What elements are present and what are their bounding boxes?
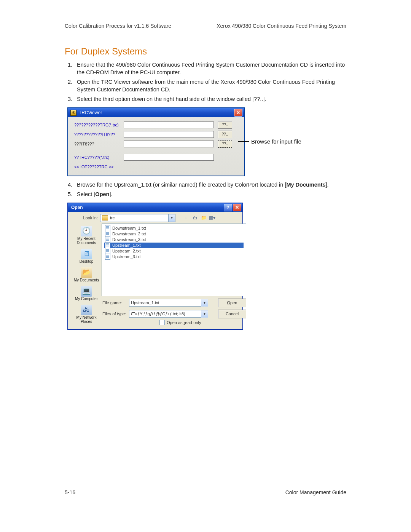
desktop-icon: 🖥 [81, 249, 92, 259]
readonly-label: Open as read-only [167, 320, 201, 325]
mycomputer-icon: 💻 [81, 286, 92, 297]
close-icon[interactable]: ✕ [234, 109, 242, 117]
help-icon[interactable]: ? [224, 204, 232, 211]
callout: Browse for input file [238, 138, 301, 145]
header-left: Color Calibration Process for v1.1.6 Sof… [65, 23, 171, 29]
new-folder-icon[interactable]: 📁 [200, 214, 207, 222]
filetype-label: Files of type: [102, 312, 127, 316]
step-3-text: Select the third option down on the righ… [77, 96, 266, 102]
open-close-icon[interactable]: ✕ [233, 204, 241, 211]
trc-titlebar: ⦿ TRCViewer ✕ [68, 108, 244, 117]
steps-list-a: Ensure that the 490/980 Color Continuous… [65, 61, 346, 103]
trc-browse-2[interactable]: ??.. [218, 131, 232, 138]
mydocuments-icon: 📂 [81, 267, 92, 278]
textfile-icon [105, 248, 110, 254]
textfile-icon [105, 236, 110, 243]
chevron-down-icon[interactable]: ▼ [168, 214, 175, 222]
back-icon[interactable]: ← [183, 214, 191, 222]
place-mydocs-label: My Documents [74, 278, 99, 282]
file-name-1: Downstream_2.txt [112, 232, 146, 236]
file-name-4: Upstream_2.txt [112, 249, 141, 253]
readonly-checkbox[interactable] [159, 320, 165, 325]
file-name-5: Upstream_3.txt [112, 254, 141, 259]
open-button[interactable]: Open [218, 299, 246, 307]
file-item[interactable]: Downstream_2.txt [104, 231, 244, 237]
footer-guide: Color Management Guide [285, 489, 346, 495]
cancel-button[interactable]: Cancel [218, 310, 246, 318]
textfile-icon [105, 225, 110, 231]
step-1: Ensure that the 490/980 Color Continuous… [74, 61, 346, 76]
filename-label: File name: [102, 300, 127, 305]
readonly-row: Open as read-only [159, 320, 246, 325]
chevron-down-icon[interactable]: ▼ [201, 310, 208, 318]
file-item[interactable]: Downstream_3.txt [104, 237, 244, 243]
place-mycomp-label: My Computer [75, 297, 98, 301]
steps-list-b: Browse for the Upstream_1.txt (or simila… [65, 181, 346, 198]
place-network[interactable]: 🖧 My Network Places [71, 303, 102, 325]
trc-title: TRCViewer [79, 110, 102, 115]
step-4: Browse for the Upstream_1.txt (or simila… [74, 181, 346, 189]
trcviewer-screenshot: ⦿ TRCViewer ✕ ???????????TRC(*.trc) ??..… [68, 108, 346, 176]
place-desktop[interactable]: 🖥 Desktop [71, 247, 102, 265]
file-name-3: Upstream_1.txt [112, 243, 141, 248]
step4-post: ]. [326, 182, 329, 188]
filetype-value: Œ»ƒŸ‚°ƒgƒtƒ@ƒCƒ‹ (.txt;.it8) [131, 312, 185, 316]
open-dialog: Open ? ✕ Look in: trc ▼ ← 🗀 📁 [68, 203, 243, 329]
file-item[interactable]: Downstream_1.txt [104, 225, 244, 231]
place-mycomputer[interactable]: 💻 My Computer [71, 284, 102, 302]
page-footer: 5-16 Color Management Guide [65, 489, 346, 495]
lookin-label: Look in: [71, 216, 98, 220]
trc-input-3[interactable] [124, 141, 214, 147]
up-folder-icon[interactable]: 🗀 [191, 214, 199, 222]
lookin-select[interactable]: trc ▼ [100, 214, 175, 222]
place-mydocs[interactable]: 📂 My Documents [71, 266, 102, 284]
views-icon[interactable]: ▦▾ [208, 214, 216, 222]
trc-browse-3[interactable]: ??.. [218, 140, 232, 148]
trc-label-1: ???????????TRC(*.trc) [74, 123, 124, 127]
file-name-0: Downstream_1.txt [112, 226, 146, 230]
filename-value: Upstream_1.txt [131, 300, 159, 305]
open-titlebar: Open ? ✕ [68, 203, 242, 212]
section-title: For Duplex Systems [65, 46, 346, 57]
textfile-icon [105, 254, 110, 260]
open-title: Open [71, 205, 83, 210]
step-3: Select the third option down on the righ… [74, 96, 346, 103]
trcviewer-window: ⦿ TRCViewer ✕ ???????????TRC(*.trc) ??..… [68, 108, 244, 176]
file-name-2: Downstream_3.txt [112, 237, 146, 242]
textfile-icon [105, 231, 110, 237]
lookin-value: trc [110, 216, 115, 220]
trc-input-4[interactable] [124, 154, 214, 161]
step-2: Open the TRC Viewer software from the ma… [74, 78, 346, 93]
trc-label-5: << IOT?????TRC >> [74, 165, 124, 169]
folder-icon [102, 215, 108, 220]
page-header: Color Calibration Process for v1.1.6 Sof… [65, 23, 346, 29]
trc-label-2: ????????????IT8??? [74, 132, 124, 137]
trc-browse-1[interactable]: ??.. [218, 121, 232, 129]
place-recent[interactable]: 🕘 My Recent Documents [71, 224, 102, 246]
step5-bold: Open [95, 191, 109, 197]
file-item[interactable]: Upstream_2.txt [104, 248, 244, 254]
place-net-label: My Network Places [73, 315, 100, 324]
trc-input-2[interactable] [124, 131, 214, 138]
filename-input[interactable]: Upstream_1.txt ▼ [129, 299, 208, 307]
places-bar: 🕘 My Recent Documents 🖥 Desktop 📂 My Doc… [71, 224, 102, 325]
page-number: 5-16 [65, 489, 75, 495]
place-recent-label: My Recent Documents [73, 236, 100, 245]
step4-pre: Browse for the Upstream_1.txt (or simila… [77, 182, 286, 188]
place-desktop-label: Desktop [80, 259, 94, 264]
file-item[interactable]: Upstream_3.txt [104, 254, 244, 260]
chevron-down-icon[interactable]: ▼ [201, 299, 208, 307]
file-list[interactable]: Downstream_1.txt Downstream_2.txt Downst… [102, 224, 246, 296]
network-icon: 🖧 [81, 305, 92, 315]
step4-bold: My Documents [286, 182, 325, 188]
step5-pre: Select [ [77, 191, 95, 197]
file-item-selected[interactable]: Upstream_1.txt [104, 243, 244, 248]
textfile-icon [105, 242, 110, 248]
trc-app-icon: ⦿ [70, 110, 76, 116]
recent-icon: 🕘 [81, 226, 92, 236]
header-right: Xerox 490/980 Color Continuous Feed Prin… [217, 23, 346, 29]
callout-text: Browse for input file [249, 138, 301, 145]
trc-label-4: ??TRC?????(*.trc) [74, 155, 124, 160]
filetype-select[interactable]: Œ»ƒŸ‚°ƒgƒtƒ@ƒCƒ‹ (.txt;.it8) ▼ [129, 310, 208, 318]
trc-input-1[interactable] [124, 121, 214, 128]
